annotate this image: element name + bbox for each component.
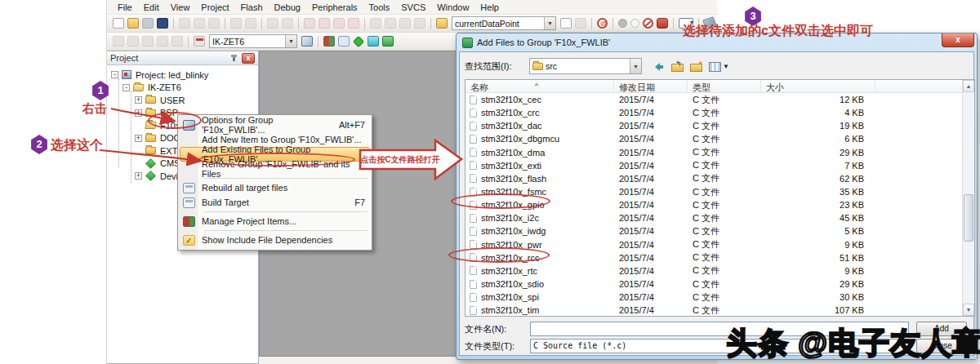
- file-row[interactable]: stm32f10x_gpio 2015/7/4 C 文件 23 KB: [466, 198, 962, 211]
- menu-item[interactable]: Project: [195, 1, 234, 14]
- load-icon[interactable]: [194, 36, 205, 47]
- chevron-down-icon[interactable]: ▼: [285, 35, 296, 47]
- scroll-down-icon[interactable]: ▼: [963, 304, 974, 316]
- file-row[interactable]: stm32f10x_dbgmcu 2015/7/4 C 文件 6 KB: [466, 132, 962, 145]
- close-panel-button[interactable]: x: [242, 53, 255, 64]
- file-row[interactable]: stm32f10x_i2c 2015/7/4 C 文件 45 KB: [466, 211, 962, 224]
- file-row[interactable]: stm32f10x_pwr 2015/7/4 C 文件 9 KB: [466, 238, 962, 251]
- file-row[interactable]: stm32f10x_rcc 2015/7/4 C 文件 51 KB: [466, 251, 962, 264]
- breakpoint-gray-icon[interactable]: [618, 19, 627, 28]
- back-icon[interactable]: [651, 60, 665, 73]
- target-select-combo[interactable]: IK-ZET6 ▼: [209, 34, 297, 48]
- file-row[interactable]: stm32f10x_tim 2015/7/4 C 文件 107 KB: [466, 304, 962, 316]
- scroll-up-icon[interactable]: ▲: [963, 80, 974, 92]
- cut-icon[interactable]: [179, 18, 190, 29]
- rebuild-icon[interactable]: [157, 36, 168, 47]
- tree-expander[interactable]: -: [111, 71, 118, 78]
- search-at-icon[interactable]: [597, 18, 608, 29]
- file-row[interactable]: stm32f10x_rtc 2015/7/4 C 文件 9 KB: [466, 264, 962, 277]
- run-time-env-icon[interactable]: [368, 36, 379, 47]
- copy-icon[interactable]: [194, 18, 205, 29]
- new-file-icon[interactable]: [113, 18, 124, 29]
- file-row[interactable]: stm32f10x_sdio 2015/7/4 C 文件 29 KB: [466, 277, 962, 291]
- up-one-level-icon[interactable]: [671, 64, 684, 72]
- menu-item[interactable]: Flash: [235, 1, 269, 14]
- bookmark-next-icon[interactable]: [333, 18, 345, 29]
- menu-item[interactable]: Edit: [138, 1, 165, 14]
- menu-item[interactable]: Debug: [269, 1, 306, 14]
- nav-forward-icon[interactable]: [282, 18, 293, 29]
- bookmark-clear-icon[interactable]: [348, 18, 359, 29]
- menu-item[interactable]: SVCS: [395, 1, 431, 14]
- file-row[interactable]: stm32f10x_dac 2015/7/4 C 文件 19 KB: [466, 119, 962, 132]
- file-row[interactable]: stm32f10x_cec 2015/7/4 C 文件 12 KB: [466, 93, 962, 106]
- menu-item[interactable]: View: [165, 1, 196, 14]
- chevron-down-icon[interactable]: ▼: [723, 63, 729, 70]
- tree-expander[interactable]: +: [135, 172, 142, 180]
- tree-item[interactable]: - Project: led_blinky: [107, 69, 258, 82]
- target-options-icon[interactable]: [301, 36, 313, 47]
- menu-item[interactable]: Peripherals: [306, 1, 363, 14]
- file-row[interactable]: stm32f10x_fsmc 2015/7/4 C 文件 35 KB: [466, 185, 962, 198]
- redo-icon[interactable]: [245, 18, 256, 29]
- column-header-type[interactable]: 类型: [688, 80, 761, 92]
- chevron-down-icon[interactable]: ▼: [544, 17, 555, 29]
- column-header-size[interactable]: 大小: [761, 80, 875, 92]
- file-row[interactable]: stm32f10x_exti 2015/7/4 C 文件 7 KB: [466, 159, 962, 172]
- tree-expander[interactable]: -: [122, 84, 130, 91]
- chevron-down-icon[interactable]: ▼: [630, 59, 641, 73]
- undo-icon[interactable]: [230, 18, 242, 29]
- context-menu-item[interactable]: Manage Project Items...: [180, 214, 370, 229]
- file-row[interactable]: stm32f10x_flash 2015/7/4 C 文件 62 KB: [466, 172, 962, 185]
- pack-installer-icon[interactable]: [382, 36, 394, 47]
- context-menu-item[interactable]: ✓ Show Include File Dependencies: [180, 233, 370, 247]
- context-menu-item[interactable]: Remove Group 'F10x_FWLIB' and its Files: [180, 162, 370, 176]
- select-device-icon[interactable]: [353, 35, 364, 47]
- uncomment-icon[interactable]: [414, 18, 425, 29]
- breakpoint-kill-icon[interactable]: [657, 18, 668, 29]
- context-menu-item[interactable]: Rebuild all target files: [180, 180, 370, 195]
- find-in-files-icon[interactable]: [560, 18, 572, 29]
- view-menu-icon[interactable]: [709, 62, 721, 72]
- link-icon[interactable]: [575, 18, 586, 29]
- menu-item[interactable]: File: [112, 1, 138, 14]
- search-combo[interactable]: currentDataPoint ▼: [452, 16, 556, 30]
- tree-item[interactable]: + USER: [107, 94, 258, 107]
- menu-item[interactable]: Help: [474, 1, 505, 14]
- save-icon[interactable]: [142, 18, 154, 29]
- context-menu-item[interactable]: Build Target F7: [180, 195, 370, 210]
- manage-components-icon[interactable]: [323, 36, 335, 47]
- tree-expander[interactable]: +: [135, 135, 142, 142]
- comment-icon[interactable]: [399, 18, 411, 29]
- file-row[interactable]: stm32f10x_iwdg 2015/7/4 C 文件 5 KB: [466, 224, 962, 237]
- column-header-name[interactable]: 名称: [466, 80, 614, 92]
- file-row[interactable]: stm32f10x_crc 2015/7/4 C 文件 4 KB: [466, 106, 962, 119]
- nav-back-icon[interactable]: [267, 18, 278, 29]
- menu-item[interactable]: Window: [431, 1, 474, 14]
- open-project-icon[interactable]: [436, 18, 448, 29]
- scrollbar-thumb[interactable]: [964, 194, 973, 242]
- breakpoint-disable-icon[interactable]: [643, 18, 653, 29]
- tree-expander[interactable]: +: [135, 96, 142, 104]
- open-folder-icon[interactable]: [127, 18, 139, 29]
- menu-item[interactable]: Tools: [363, 1, 396, 14]
- tree-item[interactable]: - IK-ZET6: [107, 82, 258, 95]
- save-all-icon[interactable]: [157, 18, 168, 29]
- build-icon[interactable]: [142, 36, 154, 47]
- indent-left-icon[interactable]: [370, 18, 381, 29]
- breakpoint-white-icon[interactable]: [630, 19, 639, 28]
- column-header-date[interactable]: 修改日期: [614, 80, 688, 92]
- context-menu-item[interactable]: Options for Group 'F10x_FWLIB'... Alt+F7: [180, 118, 370, 132]
- dialog-close-button[interactable]: x: [942, 33, 974, 47]
- tree-expander[interactable]: +: [135, 109, 142, 117]
- look-in-combo[interactable]: src ▼: [529, 58, 642, 74]
- scrollbar[interactable]: ▲ ▼: [962, 80, 974, 316]
- file-row[interactable]: stm32f10x_spi 2015/7/4 C 文件 30 KB: [466, 291, 962, 304]
- translate-icon[interactable]: [113, 36, 124, 47]
- file-extensions-icon[interactable]: [338, 36, 350, 47]
- stop-build-icon[interactable]: [172, 36, 183, 47]
- paste-icon[interactable]: [208, 18, 220, 29]
- new-folder-icon[interactable]: [690, 64, 702, 72]
- pin-icon[interactable]: [233, 55, 235, 61]
- file-row[interactable]: stm32f10x_dma 2015/7/4 C 文件 29 KB: [466, 146, 962, 159]
